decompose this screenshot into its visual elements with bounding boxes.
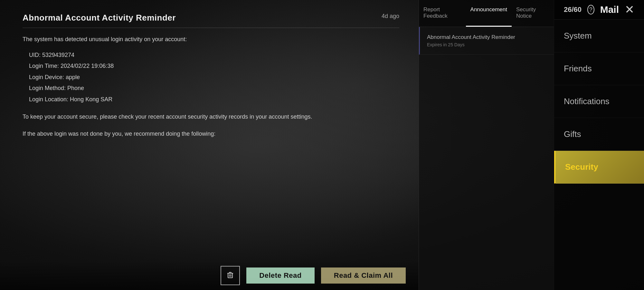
detail-uid: UID: 5329439274	[29, 50, 399, 60]
mid-panel-list: Abnormal Account Activity Reminder Expir…	[419, 27, 554, 290]
detail-location: Login Location: Hong Kong SAR	[29, 95, 399, 104]
sidebar-item-friends[interactable]: Friends	[554, 52, 644, 85]
mail-header: Abnormal Account Activity Reminder 4d ag…	[23, 13, 399, 28]
mail-notice: To keep your account secure, please chec…	[23, 112, 399, 122]
mid-panel-tabs: Report Feedback Announcement Security No…	[419, 0, 554, 27]
trash-icon	[226, 270, 235, 281]
mail-intro: The system has detected unusual login ac…	[23, 34, 399, 44]
mail-body: The system has detected unusual login ac…	[23, 34, 399, 139]
tab-announcement[interactable]: Announcement	[466, 0, 512, 27]
mail-counter: 26/60	[564, 5, 582, 14]
list-item[interactable]: Abnormal Account Activity Reminder Expir…	[419, 27, 554, 55]
side-nav: 26/60 ? Mail ✕ System Friends Notificati…	[554, 0, 644, 290]
detail-method: Login Method: Phone	[29, 83, 399, 93]
action-bar: Delete Read Read & Claim All	[0, 261, 419, 290]
detail-device: Login Device: apple	[29, 72, 399, 82]
header-bar: 26/60 ? Mail ✕	[554, 0, 644, 20]
mid-panel: Report Feedback Announcement Security No…	[419, 0, 554, 290]
mail-timestamp: 4d ago	[382, 13, 399, 20]
mail-label: Mail	[600, 4, 619, 15]
tab-security-notice[interactable]: Security Notice	[512, 0, 554, 27]
mail-title: Abnormal Account Activity Reminder	[23, 13, 176, 23]
list-item-expire: Expires in 25 Days	[427, 42, 547, 47]
read-claim-button[interactable]: Read & Claim All	[321, 267, 406, 284]
sidebar-item-notifications[interactable]: Notifications	[554, 85, 644, 118]
sidebar-item-gifts[interactable]: Gifts	[554, 118, 644, 151]
question-mark-icon: ?	[589, 6, 592, 13]
delete-icon-button[interactable]	[221, 266, 240, 285]
sidebar-item-system[interactable]: System	[554, 20, 644, 52]
tab-report-feedback[interactable]: Report Feedback	[419, 0, 466, 27]
help-icon[interactable]: ?	[587, 5, 594, 14]
detail-login-time: Login Time: 2024/02/22 19:06:38	[29, 61, 399, 71]
mail-details: UID: 5329439274 Login Time: 2024/02/22 1…	[29, 50, 399, 104]
list-item-title: Abnormal Account Activity Reminder	[427, 34, 547, 41]
delete-read-button[interactable]: Delete Read	[246, 267, 314, 284]
close-button[interactable]: ✕	[625, 4, 634, 15]
sidebar-item-security[interactable]: Security	[554, 151, 644, 184]
mail-recommendation: If the above login was not done by you, …	[23, 129, 399, 139]
